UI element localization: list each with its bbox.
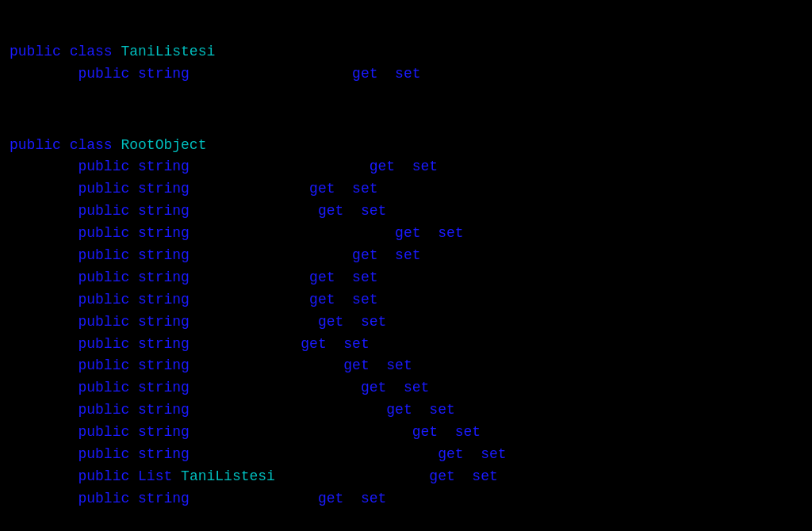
rootobject-prop-3: public string get set: [10, 201, 802, 223]
rootobject-prop-16: public string get set: [10, 488, 802, 510]
rootobject-prop-list: public List TaniListesi get set: [10, 466, 802, 488]
rootobject-prop-10: public string get set: [10, 355, 802, 377]
blank-line-1: [10, 90, 802, 108]
rootobject-prop-12: public string get set: [10, 399, 802, 422]
tanilistesi-prop-1: public string get set: [10, 63, 802, 86]
rootobject-prop-4: public string get set: [10, 223, 802, 245]
rootobject-prop-1: public string get set: [10, 156, 802, 178]
rootobject-prop-6: public string get set: [10, 267, 802, 289]
rootobject-prop-14: public string get set: [10, 444, 802, 466]
rootobject-section: public class RootObject public string ge…: [10, 108, 802, 515]
rootobject-prop-8: public string get set: [10, 311, 802, 334]
rootobject-class-decl: public class RootObject: [10, 113, 802, 157]
rootobject-prop-11: public string get set: [10, 377, 802, 399]
rootobject-prop-9: public string get set: [10, 334, 802, 356]
tanilistesi-class-decl: public class TaniListesi: [10, 19, 802, 63]
rootobject-prop-2: public string get set: [10, 178, 802, 201]
tanilistesi-section: public class TaniListesi public string g…: [10, 14, 802, 90]
rootobject-prop-5: public string get set: [10, 245, 802, 267]
rootobject-prop-13: public string get set: [10, 422, 802, 444]
code-viewer: public class TaniListesi public string g…: [0, 8, 812, 521]
rootobject-prop-7: public string get set: [10, 289, 802, 311]
